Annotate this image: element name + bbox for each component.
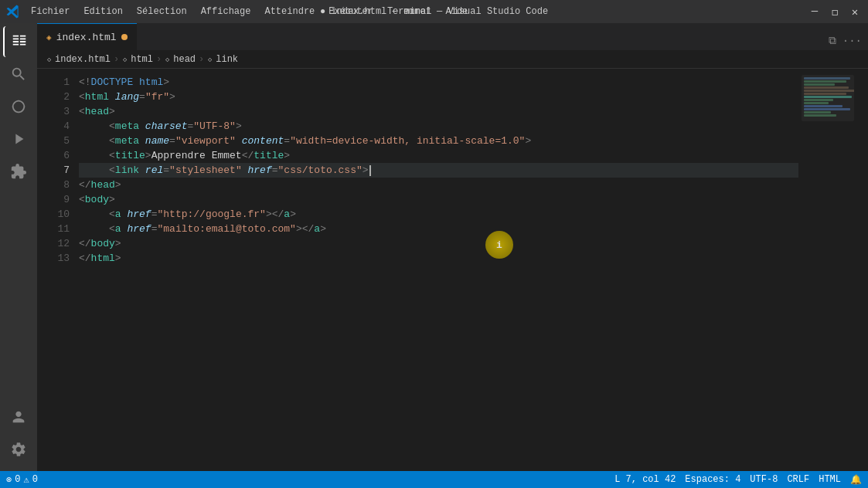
- line-num-9: 9: [37, 192, 70, 207]
- close-button[interactable]: ✕: [848, 5, 862, 19]
- editor-area: ◈ index.html ⧉ ··· ⬦ index.html › ⬦ html…: [37, 23, 868, 471]
- activity-bar-bottom: [3, 402, 34, 471]
- position-label: L 7, col 42: [614, 474, 676, 485]
- breadcrumb: ⬦ index.html › ⬦ html › ⬦ head › ⬦ link: [37, 50, 868, 69]
- encoding-label: UTF-8: [750, 474, 778, 485]
- maximize-button[interactable]: ◻: [828, 5, 842, 19]
- menu-fichier[interactable]: Fichier: [25, 5, 76, 19]
- activity-run[interactable]: [3, 124, 34, 154]
- line-ending-label: CRLF: [787, 474, 809, 485]
- code-editor[interactable]: 1 2 3 4 5 6 7 8 9 10 11 12 13 <!DOCTYPE …: [37, 69, 868, 471]
- vscode-logo: [6, 5, 20, 19]
- more-actions-button[interactable]: ···: [842, 35, 862, 47]
- bc-html-icon: ⬦: [122, 54, 128, 65]
- activity-bar: [0, 23, 37, 471]
- code-line-2: <html lang="fr">: [79, 90, 798, 104]
- bc-link-icon: ⬦: [207, 54, 213, 65]
- bc-link-label: link: [216, 54, 238, 65]
- code-line-10: <a href="http://google.fr"></a>: [79, 207, 798, 222]
- code-line-12: </body>: [79, 236, 798, 251]
- status-encoding[interactable]: UTF-8: [750, 474, 778, 486]
- code-line-4: <meta charset="UTF-8">: [79, 119, 798, 134]
- line-num-4: 4: [37, 119, 70, 134]
- vertical-scrollbar[interactable]: [860, 69, 868, 471]
- line-num-11: 11: [37, 222, 70, 236]
- bc-head-icon: ⬦: [165, 54, 170, 65]
- status-bar: ⊗ 0 ⚠ 0 L 7, col 42 Espaces: 4 UTF-8 CRL…: [0, 471, 868, 488]
- line-num-6: 6: [37, 148, 70, 163]
- error-count: 0: [15, 474, 20, 485]
- status-line-ending[interactable]: CRLF: [787, 474, 809, 486]
- activity-explorer[interactable]: [3, 26, 34, 57]
- activity-account[interactable]: [3, 402, 34, 432]
- minimap: [798, 69, 860, 471]
- status-bar-right: L 7, col 42 Espaces: 4 UTF-8 CRLF HTML 🔔: [614, 474, 862, 486]
- error-icon: ⊗: [6, 474, 12, 486]
- language-label: HTML: [819, 474, 841, 485]
- bc-head[interactable]: ⬦ head: [165, 54, 196, 65]
- line-num-8: 8: [37, 178, 70, 192]
- line-num-12: 12: [37, 236, 70, 251]
- code-line-11: <a href="mailto:email@toto.com"></a>: [79, 222, 798, 236]
- code-line-1: <!DOCTYPE html>: [79, 75, 798, 90]
- bc-sep-1: ›: [114, 54, 119, 65]
- bc-link[interactable]: ⬦ link: [207, 54, 238, 65]
- line-num-3: 3: [37, 104, 70, 119]
- line-num-1: 1: [37, 75, 70, 90]
- editor-tab-index-html[interactable]: ◈ index.html: [37, 23, 137, 50]
- bc-file-icon: ⬦: [46, 54, 52, 65]
- line-num-7: 7: [37, 163, 70, 178]
- code-line-7: <link rel="stylesheet" href="css/toto.cs…: [79, 163, 798, 178]
- title-bar-controls: ─ ◻ ✕: [808, 5, 862, 19]
- warning-icon: ⚠: [23, 474, 29, 486]
- bell-icon: 🔔: [850, 474, 862, 486]
- bc-head-label: head: [173, 54, 196, 65]
- warning-count: 0: [32, 474, 38, 485]
- activity-settings[interactable]: [3, 434, 34, 465]
- activity-extensions[interactable]: [3, 156, 34, 187]
- menu-affichage[interactable]: Affichage: [195, 5, 257, 19]
- code-content[interactable]: <!DOCTYPE html> <html lang="fr"> <head> …: [76, 69, 798, 471]
- status-notifications[interactable]: 🔔: [850, 474, 862, 486]
- window-title: ● index.html — emmet — Visual Studio Cod…: [320, 6, 548, 17]
- status-errors[interactable]: ⊗ 0 ⚠ 0: [6, 474, 38, 486]
- code-line-13: </html>: [79, 251, 798, 266]
- activity-search[interactable]: [3, 59, 34, 90]
- bc-html[interactable]: ⬦ html: [122, 54, 153, 65]
- bc-sep-3: ›: [199, 54, 204, 65]
- code-line-5: <meta name="viewport" content="width=dev…: [79, 134, 798, 148]
- main-layout: ◈ index.html ⧉ ··· ⬦ index.html › ⬦ html…: [0, 23, 868, 471]
- tab-bar-actions: ⧉ ···: [829, 35, 868, 50]
- code-line-3: <head>: [79, 104, 798, 119]
- line-num-13: 13: [37, 251, 70, 266]
- minimize-button[interactable]: ─: [808, 5, 822, 19]
- code-line-9: <body>: [79, 192, 798, 207]
- line-num-2: 2: [37, 90, 70, 104]
- title-bar: Fichier Edition Sélection Affichage Atte…: [0, 0, 868, 23]
- bc-sep-2: ›: [156, 54, 162, 65]
- split-editor-button[interactable]: ⧉: [829, 35, 836, 47]
- tab-filename: index.html: [56, 32, 117, 43]
- text-cursor: [369, 165, 371, 176]
- bc-index-html-label: index.html: [55, 54, 111, 65]
- tab-file-icon: ◈: [46, 32, 52, 42]
- status-language[interactable]: HTML: [819, 474, 841, 486]
- code-line-8: </head>: [79, 178, 798, 192]
- menu-selection[interactable]: Sélection: [131, 5, 193, 19]
- line-num-5: 5: [37, 134, 70, 148]
- menu-edition[interactable]: Edition: [77, 5, 128, 19]
- status-position[interactable]: L 7, col 42: [614, 474, 676, 486]
- bc-html-label: html: [131, 54, 153, 65]
- tab-modified-indicator: [121, 34, 128, 40]
- bc-index-html[interactable]: ⬦ index.html: [46, 54, 111, 65]
- line-numbers: 1 2 3 4 5 6 7 8 9 10 11 12 13: [37, 69, 76, 471]
- line-num-10: 10: [37, 207, 70, 222]
- tab-bar: ◈ index.html ⧉ ···: [37, 23, 868, 50]
- cursor-indicator: i: [485, 231, 513, 259]
- status-spaces[interactable]: Espaces: 4: [685, 474, 740, 486]
- activity-source-control[interactable]: [3, 91, 34, 122]
- code-line-6: <title>Apprendre Emmet</title>: [79, 148, 798, 163]
- menu-atteindre[interactable]: Atteindre: [258, 5, 321, 19]
- spaces-label: Espaces: 4: [685, 474, 740, 485]
